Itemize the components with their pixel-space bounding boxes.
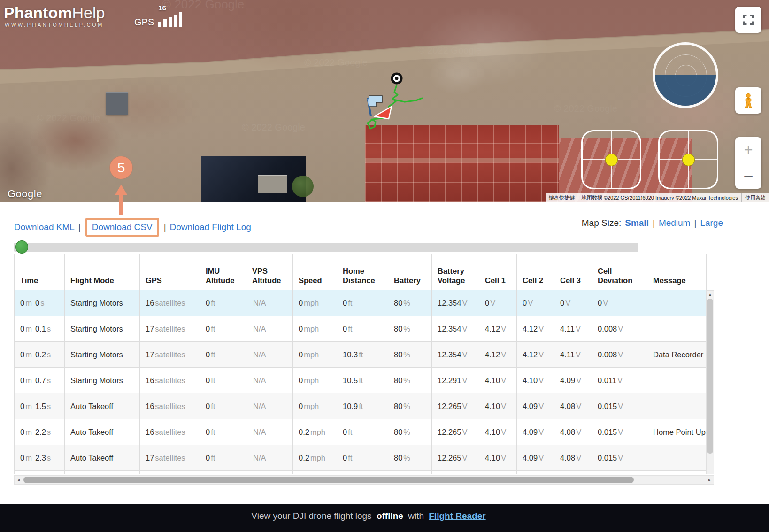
vertical-scrollbar-thumb[interactable] [707,299,713,454]
table-cell [647,393,707,419]
table-cell: Starting Motors [65,368,140,393]
table-row[interactable]: 0m2.3sAuto Takeoff17satellites0ftN/A0.2m… [15,445,707,471]
scroll-left-arrow-icon[interactable]: ◄ [15,476,23,484]
footer-offline-word: offline [377,511,403,521]
table-cell: 4.08V [554,445,592,470]
table-cell: 16satellites [140,368,200,393]
zoom-in-button[interactable]: + [735,137,761,163]
pegman-button[interactable] [735,87,761,114]
download-kml-link[interactable]: Download KML [14,222,75,232]
map-shipping-containers [365,125,559,202]
horizontal-scrollbar-thumb[interactable] [23,477,634,483]
fullscreen-button[interactable] [735,7,761,33]
column-header-speed: Speed [293,254,337,290]
table-cell: 0m2.2s [15,419,65,445]
column-header-cell-3: Cell 3 [554,254,592,290]
table-cell: 0.2mph [293,445,337,470]
table-cell: 80% [388,316,432,341]
vertical-scrollbar[interactable]: ▲ [706,290,714,474]
table-cell: 0V [479,290,517,316]
table-cell: 17satellites [140,445,200,470]
table-cell [479,471,517,474]
timeline-slider-handle[interactable] [15,240,28,254]
timeline-slider[interactable] [14,243,638,252]
table-row[interactable]: 0m0.2sStarting Motors17satellites0ftN/A0… [15,342,707,368]
column-header-cell-deviation: Cell Deviation [592,254,647,290]
map-size-medium[interactable]: Medium [659,218,691,228]
table-cell: 17satellites [140,316,200,341]
column-header-time: Time [15,254,65,290]
table-row[interactable]: 0m0.7sStarting Motors16satellites0ftN/A0… [15,368,707,393]
table-cell: 4.10V [479,445,517,470]
fullscreen-icon [742,14,754,26]
google-logo[interactable]: Google [8,188,42,200]
table-cell: 0ft [337,419,388,445]
keyboard-shortcuts-link[interactable]: 键盘快捷键 [546,193,578,202]
zoom-out-button[interactable]: − [735,163,761,189]
table-cell: 12.354V [432,290,479,316]
table-row[interactable]: 0m0.1sStarting Motors17satellites0ftN/A0… [15,316,707,342]
table-cell: 4.12V [479,342,517,367]
map-size-small[interactable]: Small [625,218,649,228]
brand-logo: PhantomHelp WWW.PHANTOMHELP.COM [4,5,105,28]
table-cell: Auto Takeoff [65,445,140,470]
horizontal-scrollbar[interactable]: ◄ ► [14,475,714,485]
column-header-cell-2: Cell 2 [517,254,554,290]
scroll-up-arrow-icon[interactable]: ▲ [707,291,714,298]
download-csv-link[interactable]: Download CSV [92,222,153,232]
table-cell: 0m0.7s [15,368,65,393]
separator: | [653,218,655,228]
table-cell: 4.10V [479,368,517,393]
table-cell: Auto Takeoff [65,419,140,445]
footer-with-word: with [408,511,424,521]
table-cell: 4.10V [517,368,554,393]
table-cell: 0.2mph [293,419,337,445]
table-cell: N/A [246,445,293,470]
table-cell: 0m0.2s [15,342,65,367]
scroll-right-arrow-icon[interactable]: ► [706,476,714,484]
table-row[interactable]: 0m0sStarting Motors16satellites0ftN/A0mp… [15,290,707,316]
map-size-large[interactable]: Large [700,218,723,228]
table-cell: N/A [246,368,293,393]
table-cell: 4.09V [517,445,554,470]
table-cell: 0ft [200,393,246,419]
table-cell: 0.008V [592,316,647,341]
table-cell: 4.12V [479,316,517,341]
table-cell: N/A [246,393,293,419]
table-cell: 0m1.5s [15,393,65,419]
table-cell: 0m2.3s [15,445,65,470]
table-cell: Home Point Up [647,419,707,445]
table-row[interactable] [15,471,707,474]
compass-widget[interactable] [653,42,718,108]
table-cell: 0m0s [15,290,65,316]
table-cell: 0.008V [592,342,647,367]
table-cell: 12.354V [432,316,479,341]
table-cell: 0.015V [592,445,647,470]
table-cell: 10.5ft [337,368,388,393]
table-cell: 0mph [293,290,337,316]
table-cell [15,471,65,474]
table-row[interactable]: 0m2.2sAuto Takeoff16satellites0ftN/A0.2m… [15,419,707,445]
table-cell [65,471,140,474]
flight-log-table: TimeFlight ModeGPSIMU AltitudeVPS Altitu… [14,254,707,474]
table-cell: 12.265V [432,393,479,419]
table-cell: 12.354V [432,342,479,367]
table-cell: 0ft [200,290,246,316]
terms-link[interactable]: 使用条款 [741,193,769,202]
table-cell [554,471,592,474]
flight-reader-link[interactable]: Flight Reader [429,511,485,521]
column-header-cell-1: Cell 1 [479,254,517,290]
table-cell [432,471,479,474]
table-cell: 0ft [200,368,246,393]
download-flight-log-link[interactable]: Download Flight Log [170,222,251,232]
gps-label: GPS [134,17,154,27]
map-size-options: Small|Medium|Large [625,218,723,228]
table-cell: 80% [388,290,432,316]
separator: | [78,222,81,232]
table-cell [647,316,707,341]
table-cell: 16satellites [140,393,200,419]
column-header-home-distance: Home Distance [337,254,388,290]
table-row[interactable]: 0m1.5sAuto Takeoff16satellites0ftN/A0mph… [15,393,707,419]
table-cell [517,471,554,474]
table-cell: 0ft [200,316,246,341]
